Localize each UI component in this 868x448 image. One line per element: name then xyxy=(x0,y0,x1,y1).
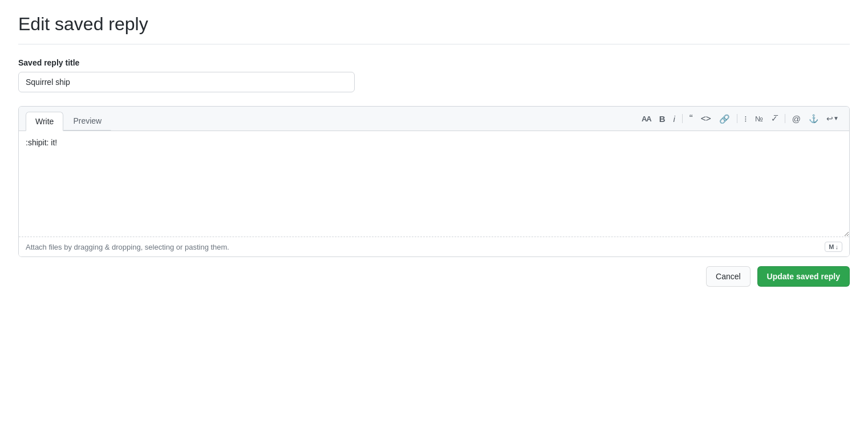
task-list-icon: ✓̅ xyxy=(771,115,778,123)
bullet-list-icon: ⁝ xyxy=(744,115,747,123)
markdown-icon: M ↓ xyxy=(825,242,842,252)
code-icon: <> xyxy=(701,115,711,123)
mention-icon: @ xyxy=(792,115,801,123)
separator-1 xyxy=(682,114,683,123)
saved-reply-button[interactable]: ⚓ xyxy=(805,112,822,125)
tabs-area: Write Preview xyxy=(19,107,111,131)
cancel-button[interactable]: Cancel xyxy=(706,266,751,287)
separator-2 xyxy=(737,114,737,123)
reply-icon: ↩ xyxy=(826,115,833,123)
numbered-list-icon: № xyxy=(755,115,763,123)
toolbar-icons: AA B i “ <> 🔗 ⁝ № xyxy=(631,107,849,131)
page-title: Edit saved reply xyxy=(18,14,850,35)
bold-icon: B xyxy=(659,115,666,123)
reply-dropdown-button[interactable]: ↩ ▼ xyxy=(823,112,842,125)
bullet-list-button[interactable]: ⁝ xyxy=(741,112,751,125)
quote-icon: “ xyxy=(689,113,693,124)
numbered-list-button[interactable]: № xyxy=(752,113,766,125)
actions-row: Cancel Update saved reply xyxy=(18,266,850,287)
tab-preview[interactable]: Preview xyxy=(63,111,111,131)
link-button[interactable]: 🔗 xyxy=(716,112,733,125)
heading-icon: AA xyxy=(642,115,651,123)
tab-write[interactable]: Write xyxy=(26,112,63,131)
title-input[interactable] xyxy=(18,72,355,92)
italic-icon: i xyxy=(674,115,675,123)
chevron-down-icon: ▼ xyxy=(833,116,839,121)
content-textarea[interactable]: :shipit: it! xyxy=(19,131,849,237)
quote-button[interactable]: “ xyxy=(686,111,696,126)
bookmark-icon: ⚓ xyxy=(809,115,818,123)
separator-3 xyxy=(785,114,785,123)
mention-button[interactable]: @ xyxy=(789,112,804,125)
attach-bar: Attach files by dragging & dropping, sel… xyxy=(19,237,849,256)
markdown-arrow-icon: ↓ xyxy=(835,243,839,250)
heading-button[interactable]: AA xyxy=(638,113,655,125)
editor-container: Write Preview AA B i “ <> 🔗 xyxy=(18,106,850,257)
editor-body: :shipit: it! Attach files by dragging & … xyxy=(19,131,849,256)
link-icon: 🔗 xyxy=(719,115,730,123)
field-label: Saved reply title xyxy=(18,58,850,67)
attach-text: Attach files by dragging & dropping, sel… xyxy=(26,243,229,251)
editor-toolbar: Write Preview AA B i “ <> 🔗 xyxy=(19,107,849,131)
task-list-button[interactable]: ✓̅ xyxy=(768,112,781,125)
markdown-m-icon: M xyxy=(829,243,834,250)
italic-button[interactable]: i xyxy=(670,112,679,125)
bold-button[interactable]: B xyxy=(656,112,669,125)
update-button[interactable]: Update saved reply xyxy=(757,266,850,287)
title-divider xyxy=(18,44,850,44)
code-button[interactable]: <> xyxy=(697,112,715,125)
